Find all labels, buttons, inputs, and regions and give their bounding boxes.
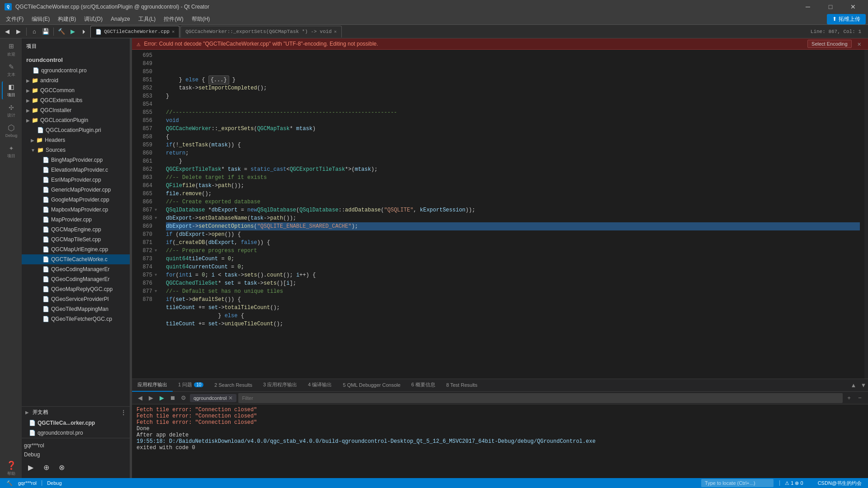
sidebar-tree-item-qgroundcontrol-pro[interactable]: 📄qgroundcontrol.pro	[22, 66, 130, 75]
select-encoding-button[interactable]: Select Encoding	[807, 40, 852, 48]
code-content[interactable]: } else { {...} } task->setImportComplete…	[161, 50, 864, 379]
sidebar-tree-item-QGCExternalLibs[interactable]: ▶📁QGCExternalLibs	[22, 95, 130, 105]
back-button[interactable]: ◀	[2, 27, 12, 37]
sidebar-tree-item-QGeoTileFetcherQGC-cp[interactable]: 📄QGeoTileFetcherQGC.cp	[22, 314, 130, 324]
sidebar-tree-item-QGCMapUrlEngine-cpp[interactable]: 📄QGCMapUrlEngine.cpp	[22, 244, 130, 254]
panel-collapse-button[interactable]: ▼	[859, 381, 868, 390]
forward-button[interactable]: ▶	[14, 27, 24, 37]
panel-play-button[interactable]: ▶	[157, 394, 166, 403]
panel-tab-app-output[interactable]: 3 应用程序输出	[258, 379, 302, 392]
panel-tab-qml[interactable]: 5 QML Debugger Console	[337, 379, 406, 392]
tab-exportsets[interactable]: QGCCacheWorker::_exportSets(QGCMapTask *…	[180, 26, 341, 38]
activity-label-welcome: 欢迎	[7, 52, 15, 57]
save-button[interactable]: 💾	[41, 27, 51, 37]
filter-input[interactable]	[238, 393, 843, 403]
sidebar-tree-item-QGeoCodingManagerEr[interactable]: 📄QGeoCodingManagerEr	[22, 264, 130, 274]
panel-tab-tests[interactable]: 8 Test Results	[441, 379, 483, 392]
sidebar-tree-item-QGCInstaller[interactable]: ▶📁QGCInstaller	[22, 105, 130, 115]
code-line-866: dbExport->setConnectOptions("QSQLITE_ENA…	[166, 222, 860, 230]
run-button[interactable]: ▶	[68, 27, 78, 37]
sidebar-tree-item-Headers[interactable]: ▶📁Headers	[22, 135, 130, 145]
panel-tab-summary[interactable]: 6 概要信息	[406, 379, 441, 392]
menu-help[interactable]: 帮助(H)	[188, 14, 214, 24]
fold-indicator-877[interactable]: ▼	[155, 287, 161, 296]
sidebar-tree-item-MapboxMapProvider-cp[interactable]: 📄MapboxMapProvider.cp	[22, 205, 130, 215]
tab-close-icon2[interactable]: ✕	[334, 29, 337, 34]
status-build-icon[interactable]: 🔨	[4, 480, 15, 486]
status-project-label[interactable]: gqr***rol	[15, 480, 39, 486]
sidebar-tree-item-ElevationMapProvider-c[interactable]: 📄ElevationMapProvider.c	[22, 165, 130, 175]
activity-debug[interactable]: ⬡ Debug	[2, 122, 20, 140]
activity-help[interactable]: ❓ 帮助	[2, 460, 20, 478]
status-debug-label[interactable]: Debug	[44, 480, 64, 486]
panel-stop-button[interactable]: ⏹	[168, 394, 177, 403]
sidebar-tree-item-QGCLocationPlugin[interactable]: ▶📁QGCLocationPlugin	[22, 115, 130, 125]
project-name[interactable]: roundcontrol	[22, 54, 130, 66]
fold-indicator-867[interactable]: ▼	[155, 206, 161, 214]
fold-indicator-872[interactable]: ▼	[155, 247, 161, 255]
panel-settings-button[interactable]: ⚙	[179, 394, 188, 403]
sidebar-tree-item-GenericMapProvider-cpp[interactable]: 📄GenericMapProvider.cpp	[22, 185, 130, 195]
activity-design[interactable]: ✣ 设计	[2, 102, 20, 120]
build-button[interactable]: 🔨	[57, 27, 66, 37]
sidebar-tree-item-QGCMapEngine-cpp[interactable]: 📄QGCMapEngine.cpp	[22, 225, 130, 235]
tree-icon: 📄	[42, 157, 49, 163]
sidebar-tree-item-QGeoServiceProviderPl[interactable]: 📄QGeoServiceProviderPl	[22, 294, 130, 304]
maximize-button[interactable]: □	[820, 0, 841, 14]
process-tag-close-icon[interactable]: ✕	[228, 395, 233, 401]
activity-text[interactable]: ✎ 文本	[2, 61, 20, 79]
menu-controls[interactable]: 控件(W)	[160, 14, 187, 24]
sidebar-tree-item-QGCTileCacheWorke-c[interactable]: 📄QGCTileCacheWorke.c	[22, 254, 130, 264]
panel-tab-problems[interactable]: 1 问题 10	[173, 379, 209, 392]
sidebar-tree-item-Sources[interactable]: ▼📁Sources	[22, 145, 130, 155]
menu-analyze[interactable]: Analyze	[107, 15, 134, 23]
home-button[interactable]: ⌂	[29, 27, 39, 37]
sidebar-tree-item-GoogleMapProvider-cpp[interactable]: 📄GoogleMapProvider.cpp	[22, 195, 130, 205]
panel-expand-button[interactable]: ▲	[849, 381, 858, 390]
menu-build[interactable]: 构建(B)	[54, 14, 80, 24]
sidebar-tree-item-QGeoTiledMappingMan[interactable]: 📄QGeoTiledMappingMan	[22, 304, 130, 314]
tab-close-icon[interactable]: ✕	[172, 29, 175, 34]
fold-indicator-868[interactable]: ▼	[155, 214, 161, 222]
error-close-icon[interactable]: ✕	[855, 40, 863, 48]
collapse-icon[interactable]: ⋮	[121, 409, 127, 416]
filter-remove-button[interactable]: −	[855, 394, 864, 403]
panel-tab-compile[interactable]: 4 编译输出	[302, 379, 337, 392]
sidebar-tree-item-BingMapProvider-cpp[interactable]: 📄BingMapProvider.cpp	[22, 155, 130, 165]
activity-projects[interactable]: ✦ 项目	[2, 142, 20, 160]
open-file-item-2[interactable]: 📄 qgroundcontrol.pro	[22, 428, 130, 438]
sidebar-tree-item-QGCLocationPlugin-pri[interactable]: 📄QGCLocationPlugin.pri	[22, 125, 130, 135]
panel-tab-search[interactable]: 2 Search Results	[209, 379, 258, 392]
sidebar-tree-item-QGCCommon[interactable]: ▶📁QGCCommon	[22, 85, 130, 95]
menu-file[interactable]: 文件(F)	[2, 14, 27, 24]
close-button[interactable]: ✕	[843, 0, 863, 14]
stop-button[interactable]: ⊗	[55, 460, 68, 474]
fold-indicator-875[interactable]: ▼	[155, 271, 161, 279]
panel-tab-qml-label: 5 QML Debugger Console	[343, 382, 400, 388]
filter-add-button[interactable]: +	[844, 394, 854, 403]
menu-debug[interactable]: 调试(D)	[80, 14, 106, 24]
debug-run-button[interactable]: ⏵	[79, 27, 89, 37]
minimize-button[interactable]: ─	[797, 0, 818, 14]
activity-welcome[interactable]: ⊞ 欢迎	[2, 41, 20, 59]
panel-tab-output[interactable]: 应用程序输出	[132, 379, 173, 392]
sidebar-tree-item-QGCMapTileSet-cpp[interactable]: 📄QGCMapTileSet.cpp	[22, 235, 130, 244]
status-problems-label[interactable]: ⚠ 1 ⊗ 0	[782, 480, 806, 486]
step-over-button[interactable]: ⊕	[39, 460, 53, 474]
panel-back-button[interactable]: ◀	[136, 394, 145, 403]
sidebar-tree-item-EsriMapProvider-cpp[interactable]: 📄EsriMapProvider.cpp	[22, 175, 130, 185]
sidebar-tree-item-QGeoMapReplyQGC-cpp[interactable]: 📄QGeoMapReplyQGC.cpp	[22, 284, 130, 294]
debug-icon: ⬡	[8, 124, 15, 132]
locate-input[interactable]	[701, 479, 774, 487]
sidebar-tree-item-QGeoCodingManagerEr[interactable]: 📄QGeoCodingManagerEr	[22, 274, 130, 284]
sidebar-tree-item-MapProvider-cpp[interactable]: 📄MapProvider.cpp	[22, 215, 130, 225]
sidebar-tree-item-android[interactable]: ▶📁android	[22, 75, 130, 85]
tab-tilecacheworker[interactable]: 📄 QGCTileCacheWorker.cpp ✕	[90, 26, 179, 38]
panel-forward-button[interactable]: ▶	[146, 394, 156, 403]
activity-project[interactable]: ◧ 项目	[2, 81, 20, 99]
menu-edit[interactable]: 编辑(E)	[28, 14, 53, 24]
play-button[interactable]: ▶	[24, 460, 38, 474]
upload-button[interactable]: ⬆ 拓维上传	[827, 14, 866, 24]
open-file-item-1[interactable]: 📄 QGCTileCa...orker.cpp	[22, 418, 130, 428]
menu-tools[interactable]: 工具(L)	[135, 14, 160, 24]
